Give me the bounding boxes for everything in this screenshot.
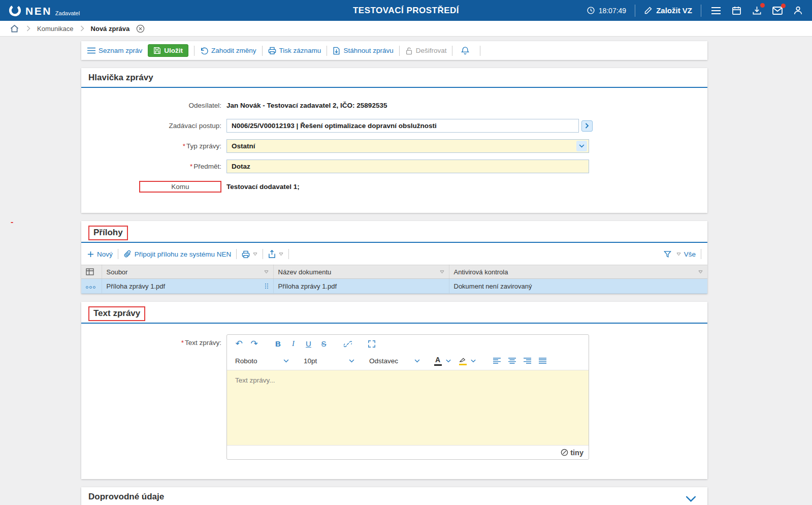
align-right-icon[interactable]	[521, 355, 534, 367]
calendar-button[interactable]	[731, 5, 742, 16]
editor-placeholder: Text zprávy...	[235, 376, 275, 384]
annotation-dash: -	[11, 217, 13, 227]
undo-icon[interactable]: ↶	[232, 338, 246, 350]
text-zpravy-label: *Text zprávy:	[81, 334, 226, 346]
font-size-select[interactable]: 10pt	[301, 355, 358, 367]
breadcrumb-komunikace[interactable]: Komunikace	[37, 25, 74, 33]
bold-icon[interactable]: B	[271, 338, 285, 350]
export-grid-button[interactable]	[268, 250, 283, 258]
tisk-zaznamu-button[interactable]: Tisk záznamu	[268, 47, 321, 54]
breadcrumb: Komunikace Nová zpráva	[0, 21, 812, 37]
desifrovat-button[interactable]: Dešifrovat	[405, 47, 447, 55]
column-filter-icon[interactable]	[264, 270, 269, 274]
underline-icon[interactable]: U	[302, 338, 315, 350]
attachment-file-name: Příloha zprávy 1.pdf	[107, 282, 166, 290]
row-menu-icon[interactable]	[86, 286, 95, 289]
zahodit-zmeny-button[interactable]: Zahodit změny	[200, 47, 256, 54]
section-title-prilohy: Přílohy	[93, 228, 123, 238]
zadavaci-postup-field[interactable]: N006/25/V00012193 | Řešení optimalizace …	[226, 119, 579, 133]
chevron-down-icon	[414, 359, 420, 363]
chevron-right-icon	[26, 25, 30, 31]
tiny-logo-icon	[561, 449, 568, 456]
block-format-select[interactable]: Odstavec	[366, 355, 423, 367]
vse-filter-dropdown[interactable]: Vše	[676, 250, 696, 258]
brand-role: Zadavatel	[55, 10, 80, 17]
align-left-icon[interactable]	[490, 355, 504, 367]
attachments-table: Soubor Název dokumentu Antivirová kontro…	[81, 265, 707, 294]
highlight-color-button[interactable]	[457, 355, 469, 366]
main-menu-button[interactable]	[710, 5, 722, 16]
column-header-nazev[interactable]: Název dokumentu	[273, 265, 449, 279]
odesilatel-value: Jan Novák - Testovací zadavatel 2, IČO: …	[226, 102, 387, 109]
column-filter-icon[interactable]	[440, 270, 444, 274]
unlock-icon	[405, 47, 413, 55]
record-toolbar: Seznam zpráv Uložit Zahodit změny	[81, 41, 707, 60]
column-header-antivir[interactable]: Antivirová kontrola	[449, 265, 707, 279]
paperclip-icon	[123, 250, 132, 258]
expand-section-icon[interactable]	[686, 496, 696, 502]
user-icon	[793, 6, 803, 15]
plus-icon	[87, 251, 94, 258]
bell-icon	[461, 46, 469, 55]
notification-badge	[760, 3, 765, 8]
redo-icon[interactable]: ↷	[247, 338, 261, 350]
chevron-down-icon	[283, 359, 289, 363]
divider	[452, 46, 452, 56]
odesilatel-row: Odesílatel: Jan Novák - Testovací zadava…	[81, 99, 707, 112]
attach-from-nen-button[interactable]: Připojit přílohu ze systému NEN	[123, 250, 232, 258]
annotation-frame: Přílohy	[88, 226, 128, 240]
editor-toolbar-row2: Roboto 10pt Odstavec	[227, 352, 589, 370]
komu-label: Komu	[139, 181, 221, 193]
nen-home-link[interactable]: NEN Zadavatel	[8, 4, 80, 17]
chevron-right-icon	[80, 25, 84, 31]
annotation-frame: Text zprávy	[88, 306, 145, 321]
home-button[interactable]	[9, 23, 20, 34]
stahnout-zpravu-button[interactable]: Stáhnout zprávu	[333, 47, 393, 55]
divider	[194, 46, 194, 56]
open-postup-button[interactable]	[581, 120, 593, 132]
justify-icon[interactable]	[536, 355, 549, 367]
filter-funnel-icon	[664, 250, 671, 258]
divider	[236, 249, 237, 259]
text-color-button[interactable]: A	[432, 355, 444, 366]
strikethrough-icon[interactable]: S	[317, 338, 331, 350]
editor-content-area[interactable]: Text zprávy...	[227, 370, 589, 446]
typ-zpravy-select[interactable]: Ostatní	[226, 139, 589, 153]
link-icon[interactable]	[341, 338, 354, 350]
nen-logo-icon	[8, 4, 22, 17]
align-center-icon[interactable]	[505, 355, 519, 367]
chevron-down-icon[interactable]	[446, 359, 451, 363]
font-family-select[interactable]: Roboto	[232, 355, 292, 367]
divider	[118, 249, 118, 259]
user-profile-button[interactable]	[792, 5, 804, 16]
column-header-soubor[interactable]: Soubor	[102, 265, 273, 279]
print-grid-button[interactable]	[242, 250, 257, 258]
komu-value: Testovací dodavatel 1;	[226, 183, 300, 191]
drag-handle-icon[interactable]	[265, 283, 269, 289]
downloads-button[interactable]	[751, 5, 763, 16]
save-icon	[153, 47, 161, 54]
new-attachment-button[interactable]: Nový	[87, 250, 113, 258]
save-button[interactable]: Uložit	[148, 44, 188, 57]
divider	[288, 249, 289, 259]
divider	[635, 5, 635, 17]
column-filter-icon[interactable]	[698, 270, 703, 274]
chevron-down-icon[interactable]	[471, 359, 476, 363]
filter-button[interactable]	[664, 250, 671, 258]
messages-button[interactable]	[771, 5, 784, 16]
grid-settings-column[interactable]	[81, 265, 102, 279]
predmet-input[interactable]	[226, 160, 589, 173]
close-tab-icon[interactable]	[136, 24, 145, 33]
clock-icon	[587, 6, 595, 15]
divider	[480, 46, 480, 56]
calendar-icon	[732, 6, 741, 15]
top-bar: NEN Zadavatel TESTOVACÍ PROSTŘEDÍ 18:07:…	[0, 0, 812, 21]
fullscreen-icon[interactable]	[365, 338, 378, 350]
seznam-zprav-button[interactable]: Seznam zpráv	[87, 47, 142, 54]
notifications-button[interactable]	[461, 46, 469, 55]
italic-icon[interactable]: I	[286, 338, 300, 350]
attachment-row[interactable]: Příloha zprávy 1.pdf Příloha zprávy 1.pd…	[81, 279, 707, 294]
create-vz-button[interactable]: Založit VZ	[644, 6, 692, 15]
typ-zpravy-label: *Typ zprávy:	[81, 142, 226, 150]
attachment-antivirus-status: Dokument není zavirovaný	[449, 279, 707, 294]
